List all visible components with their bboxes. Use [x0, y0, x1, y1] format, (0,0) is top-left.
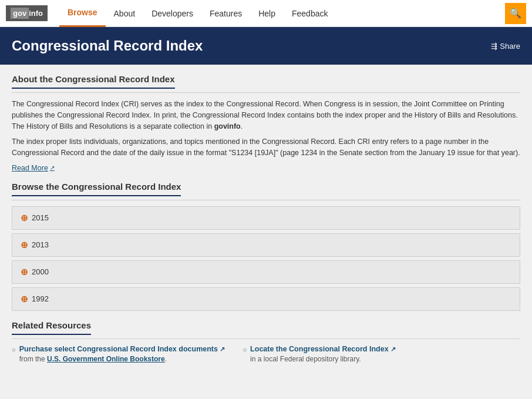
purchase-ext-icon: ↗ [220, 346, 225, 353]
nav-about[interactable]: About [106, 1, 144, 26]
nav-feedback[interactable]: Feedback [284, 1, 336, 26]
related-section: Related Resources ○ Purchase select Cong… [12, 320, 520, 363]
about-title-wrapper: About the Congressional Record Index [12, 74, 520, 93]
purchase-link[interactable]: Purchase select Congressional Record Ind… [19, 345, 225, 353]
browse-section: Browse the Congressional Record Index ⊕ … [12, 182, 520, 311]
year-label-2013: 2013 [32, 240, 49, 249]
related-item-content-locate: Locate the Congressional Record Index ↗ … [250, 345, 396, 363]
about-paragraph-2: The index proper lists individuals, orga… [12, 136, 520, 159]
year-row-1992[interactable]: ⊕ 1992 [12, 287, 520, 311]
share-button[interactable]: ⇶ Share [491, 42, 520, 51]
locate-ext-icon: ↗ [390, 346, 396, 353]
main-content: About the Congressional Record Index The… [0, 65, 532, 373]
expand-icon-1992: ⊕ [21, 294, 28, 304]
about-section: About the Congressional Record Index The… [12, 74, 520, 172]
logo-info: info [29, 9, 43, 18]
logo-gov: gov [11, 8, 29, 19]
related-item-purchase: ○ Purchase select Congressional Record I… [12, 345, 225, 363]
purchase-link-label: Purchase select Congressional Record Ind… [19, 345, 218, 353]
read-more-label: Read More [12, 164, 48, 172]
share-icon: ⇶ [491, 42, 497, 51]
related-item-locate: ○ Locate the Congressional Record Index … [243, 345, 396, 363]
share-label: Share [500, 42, 520, 51]
related-resources-grid: ○ Purchase select Congressional Record I… [12, 345, 520, 363]
about-paragraph-1: The Congressional Record Index (CRI) ser… [12, 99, 520, 132]
bookstore-link[interactable]: U.S. Government Online Bookstore [47, 355, 165, 363]
search-button[interactable]: 🔍 [505, 3, 526, 24]
expand-icon-2015: ⊕ [21, 213, 28, 223]
related-item-content-purchase: Purchase select Congressional Record Ind… [19, 345, 225, 363]
about-title: About the Congressional Record Index [12, 74, 175, 89]
nav-browse[interactable]: Browse [59, 0, 106, 27]
locate-link-label: Locate the Congressional Record Index [250, 345, 388, 353]
nav-developers[interactable]: Developers [143, 1, 201, 26]
year-row-2000[interactable]: ⊕ 2000 [12, 260, 520, 284]
search-icon: 🔍 [510, 8, 521, 19]
year-row-2013[interactable]: ⊕ 2013 [12, 233, 520, 257]
locate-sub: in a local Federal depository library. [250, 355, 396, 363]
nav-features[interactable]: Features [201, 1, 250, 26]
govinfo-bold-1: govinfo [214, 122, 241, 130]
year-row-2015[interactable]: ⊕ 2015 [12, 206, 520, 230]
read-more-icon: ↗ [50, 165, 55, 171]
purchase-sub: from the U.S. Government Online Bookstor… [19, 355, 225, 363]
year-label-1992: 1992 [32, 294, 49, 303]
locate-link[interactable]: Locate the Congressional Record Index ↗ [250, 345, 396, 353]
page-title: Congressional Record Index [12, 38, 203, 54]
bullet-icon-locate: ○ [243, 346, 247, 353]
year-label-2015: 2015 [32, 213, 49, 222]
related-title-wrapper: Related Resources [12, 320, 520, 339]
main-nav: Browse About Developers Features Help Fe… [59, 0, 505, 27]
expand-icon-2013: ⊕ [21, 240, 28, 250]
browse-title-wrapper: Browse the Congressional Record Index [12, 182, 520, 200]
logo[interactable]: govinfo [6, 5, 48, 21]
expand-icon-2000: ⊕ [21, 267, 28, 277]
year-label-2000: 2000 [32, 267, 49, 276]
page-title-bar: Congressional Record Index ⇶ Share [0, 27, 532, 65]
browse-title: Browse the Congressional Record Index [12, 182, 181, 196]
read-more-link[interactable]: Read More ↗ [12, 164, 55, 172]
header: govinfo Browse About Developers Features… [0, 0, 532, 27]
bullet-icon-purchase: ○ [12, 346, 16, 353]
nav-help[interactable]: Help [250, 1, 284, 26]
related-title: Related Resources [12, 320, 91, 335]
